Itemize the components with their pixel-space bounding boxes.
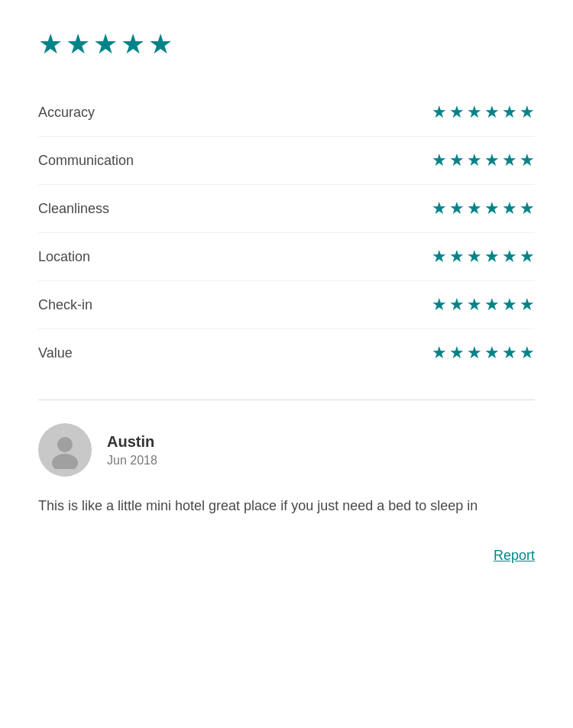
rating-star-icon: ★ bbox=[502, 152, 517, 169]
rating-label: Cleanliness bbox=[38, 201, 109, 217]
rating-row: Location★★★★★★ bbox=[38, 233, 535, 281]
review-header: Austin Jun 2018 bbox=[38, 423, 535, 477]
rating-star-icon: ★ bbox=[449, 200, 465, 217]
rating-star-icon: ★ bbox=[502, 200, 517, 217]
rating-stars: ★★★★★★ bbox=[432, 248, 535, 265]
rating-star-icon: ★ bbox=[449, 345, 465, 361]
rating-star-icon: ★ bbox=[449, 296, 465, 313]
rating-star-icon: ★ bbox=[432, 248, 447, 265]
report-link-container: Report bbox=[38, 548, 535, 564]
rating-star-icon: ★ bbox=[502, 104, 517, 121]
rating-label: Communication bbox=[38, 153, 134, 169]
rating-row: Check-in★★★★★★ bbox=[38, 281, 535, 329]
rating-stars: ★★★★★★ bbox=[432, 152, 535, 169]
rating-star-icon: ★ bbox=[467, 248, 482, 265]
report-button[interactable]: Report bbox=[494, 548, 535, 564]
rating-star-icon: ★ bbox=[484, 345, 500, 361]
rating-star-icon: ★ bbox=[467, 345, 482, 361]
rating-label: Check-in bbox=[38, 297, 92, 313]
rating-stars: ★★★★★★ bbox=[432, 104, 535, 121]
ratings-list: Accuracy★★★★★★Communication★★★★★★Cleanli… bbox=[38, 89, 535, 377]
svg-point-1 bbox=[52, 454, 78, 469]
rating-star-icon: ★ bbox=[449, 152, 465, 169]
rating-star-icon: ★ bbox=[502, 296, 517, 313]
rating-row: Value★★★★★★ bbox=[38, 329, 535, 377]
rating-star-icon: ★ bbox=[432, 296, 447, 313]
avatar-icon bbox=[46, 431, 84, 469]
rating-stars: ★★★★★★ bbox=[432, 296, 535, 313]
rating-star-icon: ★ bbox=[484, 296, 500, 313]
rating-star-icon: ★ bbox=[449, 104, 465, 121]
rating-star-icon: ★ bbox=[520, 200, 535, 217]
reviewer-name: Austin bbox=[107, 433, 157, 451]
rating-star-icon: ★ bbox=[520, 296, 535, 313]
rating-star-icon: ★ bbox=[484, 248, 500, 265]
rating-star-icon: ★ bbox=[467, 296, 482, 313]
overall-star: ★ bbox=[66, 31, 90, 58]
overall-rating: ★★★★★ bbox=[38, 31, 535, 58]
overall-star: ★ bbox=[148, 31, 173, 58]
rating-star-icon: ★ bbox=[467, 104, 482, 121]
rating-star-icon: ★ bbox=[449, 248, 465, 265]
rating-label: Accuracy bbox=[38, 105, 95, 121]
rating-star-icon: ★ bbox=[520, 152, 535, 169]
rating-star-icon: ★ bbox=[432, 200, 447, 217]
rating-row: Cleanliness★★★★★★ bbox=[38, 185, 535, 233]
rating-star-icon: ★ bbox=[432, 345, 447, 361]
rating-star-icon: ★ bbox=[520, 248, 535, 265]
rating-stars: ★★★★★★ bbox=[432, 200, 535, 217]
rating-label: Location bbox=[38, 249, 90, 265]
overall-star: ★ bbox=[121, 31, 145, 58]
reviewer-info: Austin Jun 2018 bbox=[107, 433, 157, 468]
rating-star-icon: ★ bbox=[467, 200, 482, 217]
rating-star-icon: ★ bbox=[432, 104, 447, 121]
overall-star: ★ bbox=[38, 31, 63, 58]
rating-star-icon: ★ bbox=[432, 152, 447, 169]
rating-row: Accuracy★★★★★★ bbox=[38, 89, 535, 137]
rating-star-icon: ★ bbox=[467, 152, 482, 169]
svg-point-0 bbox=[57, 437, 73, 452]
rating-label: Value bbox=[38, 345, 73, 361]
rating-star-icon: ★ bbox=[502, 345, 517, 361]
section-divider bbox=[38, 400, 535, 400]
overall-star: ★ bbox=[93, 31, 118, 58]
rating-star-icon: ★ bbox=[502, 248, 517, 265]
rating-row: Communication★★★★★★ bbox=[38, 137, 535, 185]
reviewer-date: Jun 2018 bbox=[107, 454, 157, 468]
avatar bbox=[38, 423, 92, 477]
rating-star-icon: ★ bbox=[520, 345, 535, 361]
rating-stars: ★★★★★★ bbox=[432, 345, 535, 361]
rating-star-icon: ★ bbox=[484, 104, 500, 121]
rating-star-icon: ★ bbox=[520, 104, 535, 121]
rating-star-icon: ★ bbox=[484, 152, 500, 169]
review-text: This is like a little mini hotel great p… bbox=[38, 495, 535, 517]
rating-star-icon: ★ bbox=[484, 200, 500, 217]
